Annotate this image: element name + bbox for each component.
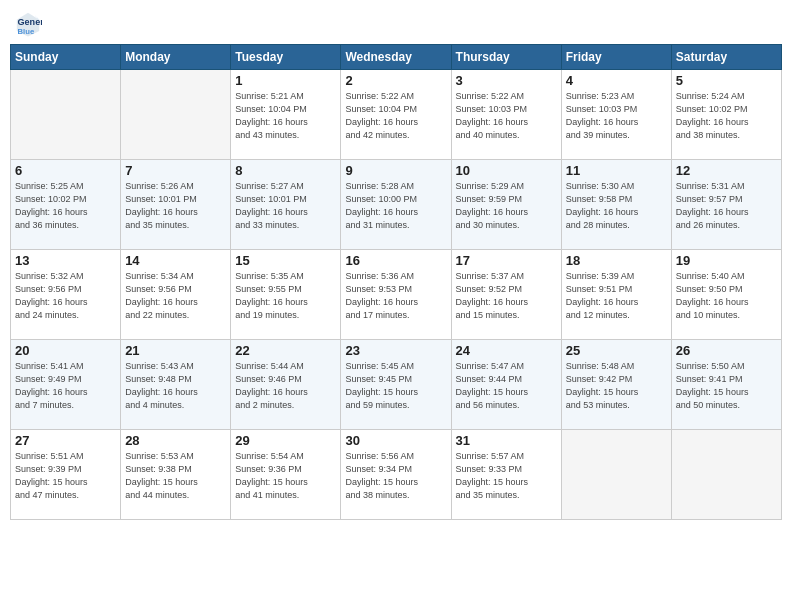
calendar-cell: 13Sunrise: 5:32 AM Sunset: 9:56 PM Dayli… (11, 250, 121, 340)
calendar-cell: 31Sunrise: 5:57 AM Sunset: 9:33 PM Dayli… (451, 430, 561, 520)
day-detail: Sunrise: 5:50 AM Sunset: 9:41 PM Dayligh… (676, 360, 777, 412)
day-header-monday: Monday (121, 45, 231, 70)
day-number: 30 (345, 433, 446, 448)
day-number: 29 (235, 433, 336, 448)
calendar-cell: 16Sunrise: 5:36 AM Sunset: 9:53 PM Dayli… (341, 250, 451, 340)
day-number: 26 (676, 343, 777, 358)
logo-icon: General Blue (14, 10, 42, 38)
day-detail: Sunrise: 5:28 AM Sunset: 10:00 PM Daylig… (345, 180, 446, 232)
calendar-cell: 4Sunrise: 5:23 AM Sunset: 10:03 PM Dayli… (561, 70, 671, 160)
day-detail: Sunrise: 5:48 AM Sunset: 9:42 PM Dayligh… (566, 360, 667, 412)
calendar-week-4: 20Sunrise: 5:41 AM Sunset: 9:49 PM Dayli… (11, 340, 782, 430)
day-detail: Sunrise: 5:54 AM Sunset: 9:36 PM Dayligh… (235, 450, 336, 502)
day-detail: Sunrise: 5:22 AM Sunset: 10:04 PM Daylig… (345, 90, 446, 142)
calendar-cell: 8Sunrise: 5:27 AM Sunset: 10:01 PM Dayli… (231, 160, 341, 250)
calendar-header-row: SundayMondayTuesdayWednesdayThursdayFrid… (11, 45, 782, 70)
day-header-thursday: Thursday (451, 45, 561, 70)
day-detail: Sunrise: 5:45 AM Sunset: 9:45 PM Dayligh… (345, 360, 446, 412)
calendar-cell: 2Sunrise: 5:22 AM Sunset: 10:04 PM Dayli… (341, 70, 451, 160)
day-number: 19 (676, 253, 777, 268)
calendar-cell: 27Sunrise: 5:51 AM Sunset: 9:39 PM Dayli… (11, 430, 121, 520)
calendar-week-1: 1Sunrise: 5:21 AM Sunset: 10:04 PM Dayli… (11, 70, 782, 160)
day-number: 4 (566, 73, 667, 88)
day-number: 13 (15, 253, 116, 268)
day-number: 24 (456, 343, 557, 358)
calendar-cell: 7Sunrise: 5:26 AM Sunset: 10:01 PM Dayli… (121, 160, 231, 250)
day-detail: Sunrise: 5:40 AM Sunset: 9:50 PM Dayligh… (676, 270, 777, 322)
day-number: 31 (456, 433, 557, 448)
calendar-cell: 5Sunrise: 5:24 AM Sunset: 10:02 PM Dayli… (671, 70, 781, 160)
day-detail: Sunrise: 5:24 AM Sunset: 10:02 PM Daylig… (676, 90, 777, 142)
calendar-cell: 20Sunrise: 5:41 AM Sunset: 9:49 PM Dayli… (11, 340, 121, 430)
calendar-cell: 24Sunrise: 5:47 AM Sunset: 9:44 PM Dayli… (451, 340, 561, 430)
day-number: 21 (125, 343, 226, 358)
calendar-table: SundayMondayTuesdayWednesdayThursdayFrid… (10, 44, 782, 520)
calendar-cell: 12Sunrise: 5:31 AM Sunset: 9:57 PM Dayli… (671, 160, 781, 250)
logo: General Blue (14, 10, 44, 38)
day-detail: Sunrise: 5:29 AM Sunset: 9:59 PM Dayligh… (456, 180, 557, 232)
svg-text:General: General (18, 17, 43, 27)
calendar-cell: 21Sunrise: 5:43 AM Sunset: 9:48 PM Dayli… (121, 340, 231, 430)
calendar-cell (671, 430, 781, 520)
calendar-cell (11, 70, 121, 160)
calendar-cell: 3Sunrise: 5:22 AM Sunset: 10:03 PM Dayli… (451, 70, 561, 160)
day-header-friday: Friday (561, 45, 671, 70)
day-number: 18 (566, 253, 667, 268)
calendar-cell: 6Sunrise: 5:25 AM Sunset: 10:02 PM Dayli… (11, 160, 121, 250)
day-header-wednesday: Wednesday (341, 45, 451, 70)
day-number: 28 (125, 433, 226, 448)
day-detail: Sunrise: 5:36 AM Sunset: 9:53 PM Dayligh… (345, 270, 446, 322)
day-number: 22 (235, 343, 336, 358)
day-header-tuesday: Tuesday (231, 45, 341, 70)
calendar-cell: 22Sunrise: 5:44 AM Sunset: 9:46 PM Dayli… (231, 340, 341, 430)
calendar-body: 1Sunrise: 5:21 AM Sunset: 10:04 PM Dayli… (11, 70, 782, 520)
day-detail: Sunrise: 5:35 AM Sunset: 9:55 PM Dayligh… (235, 270, 336, 322)
day-header-sunday: Sunday (11, 45, 121, 70)
svg-text:Blue: Blue (18, 27, 35, 36)
day-number: 1 (235, 73, 336, 88)
calendar-week-5: 27Sunrise: 5:51 AM Sunset: 9:39 PM Dayli… (11, 430, 782, 520)
calendar-cell: 15Sunrise: 5:35 AM Sunset: 9:55 PM Dayli… (231, 250, 341, 340)
calendar-cell: 18Sunrise: 5:39 AM Sunset: 9:51 PM Dayli… (561, 250, 671, 340)
day-number: 8 (235, 163, 336, 178)
day-number: 3 (456, 73, 557, 88)
day-detail: Sunrise: 5:53 AM Sunset: 9:38 PM Dayligh… (125, 450, 226, 502)
calendar-cell: 23Sunrise: 5:45 AM Sunset: 9:45 PM Dayli… (341, 340, 451, 430)
day-number: 20 (15, 343, 116, 358)
day-header-saturday: Saturday (671, 45, 781, 70)
calendar-cell (121, 70, 231, 160)
calendar-cell: 17Sunrise: 5:37 AM Sunset: 9:52 PM Dayli… (451, 250, 561, 340)
day-number: 11 (566, 163, 667, 178)
calendar-week-3: 13Sunrise: 5:32 AM Sunset: 9:56 PM Dayli… (11, 250, 782, 340)
day-number: 27 (15, 433, 116, 448)
calendar-cell: 26Sunrise: 5:50 AM Sunset: 9:41 PM Dayli… (671, 340, 781, 430)
day-number: 14 (125, 253, 226, 268)
day-detail: Sunrise: 5:44 AM Sunset: 9:46 PM Dayligh… (235, 360, 336, 412)
day-detail: Sunrise: 5:21 AM Sunset: 10:04 PM Daylig… (235, 90, 336, 142)
calendar-cell: 30Sunrise: 5:56 AM Sunset: 9:34 PM Dayli… (341, 430, 451, 520)
day-detail: Sunrise: 5:23 AM Sunset: 10:03 PM Daylig… (566, 90, 667, 142)
day-detail: Sunrise: 5:27 AM Sunset: 10:01 PM Daylig… (235, 180, 336, 232)
page-header: General Blue (10, 10, 782, 38)
day-number: 5 (676, 73, 777, 88)
day-number: 10 (456, 163, 557, 178)
day-number: 16 (345, 253, 446, 268)
day-detail: Sunrise: 5:56 AM Sunset: 9:34 PM Dayligh… (345, 450, 446, 502)
day-detail: Sunrise: 5:57 AM Sunset: 9:33 PM Dayligh… (456, 450, 557, 502)
calendar-cell (561, 430, 671, 520)
calendar-cell: 19Sunrise: 5:40 AM Sunset: 9:50 PM Dayli… (671, 250, 781, 340)
calendar-cell: 25Sunrise: 5:48 AM Sunset: 9:42 PM Dayli… (561, 340, 671, 430)
day-detail: Sunrise: 5:39 AM Sunset: 9:51 PM Dayligh… (566, 270, 667, 322)
day-number: 2 (345, 73, 446, 88)
day-number: 9 (345, 163, 446, 178)
day-number: 7 (125, 163, 226, 178)
day-number: 15 (235, 253, 336, 268)
day-detail: Sunrise: 5:51 AM Sunset: 9:39 PM Dayligh… (15, 450, 116, 502)
calendar-cell: 9Sunrise: 5:28 AM Sunset: 10:00 PM Dayli… (341, 160, 451, 250)
day-detail: Sunrise: 5:32 AM Sunset: 9:56 PM Dayligh… (15, 270, 116, 322)
day-number: 25 (566, 343, 667, 358)
day-detail: Sunrise: 5:41 AM Sunset: 9:49 PM Dayligh… (15, 360, 116, 412)
calendar-cell: 28Sunrise: 5:53 AM Sunset: 9:38 PM Dayli… (121, 430, 231, 520)
day-detail: Sunrise: 5:34 AM Sunset: 9:56 PM Dayligh… (125, 270, 226, 322)
day-number: 12 (676, 163, 777, 178)
